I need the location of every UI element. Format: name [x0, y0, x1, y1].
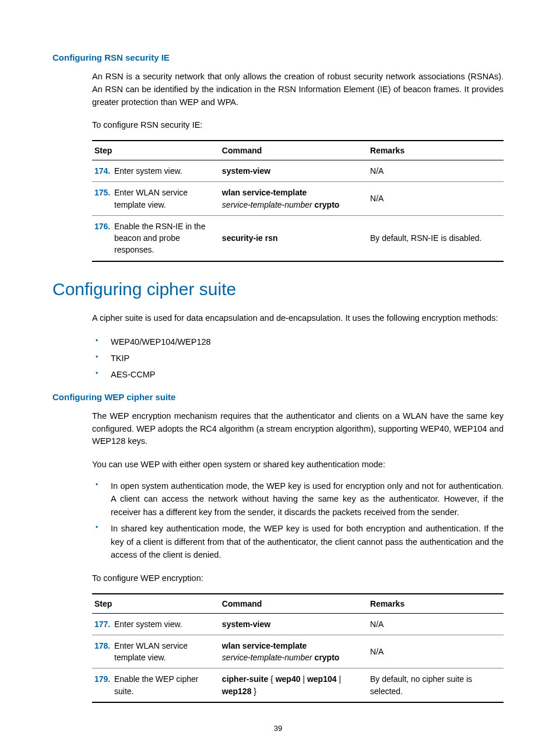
heading-wep-cipher: Configuring WEP cipher suite [52, 392, 504, 402]
cmd: wlan service-templateservice-template-nu… [220, 635, 368, 668]
step-num: 179. [94, 673, 114, 697]
table-row: 179.Enable the WEP cipher suite. cipher-… [92, 668, 504, 702]
step-text: Enter WLAN service template view. [114, 187, 214, 211]
th-remarks: Remarks [368, 141, 504, 160]
page-number: 39 [52, 724, 504, 733]
table-row: 176.Enable the RSN-IE in the beacon and … [92, 215, 504, 261]
step-text: Enable the RSN-IE in the beacon and prob… [114, 220, 214, 256]
list-item: AES-CCMP [92, 368, 504, 381]
table-row: 177.Enter system view. system-view N/A [92, 613, 504, 635]
step-num: 174. [94, 165, 114, 177]
remark: N/A [368, 613, 504, 635]
list-item: TKIP [92, 352, 504, 365]
heading-rsn-ie: Configuring RSN security IE [52, 52, 504, 62]
list-item: WEP40/WEP104/WEP128 [92, 335, 504, 348]
cmd: system-view [220, 613, 368, 635]
list-cipher-methods: WEP40/WEP104/WEP128 TKIP AES-CCMP [92, 335, 504, 382]
th-step: Step [92, 141, 220, 160]
remark: By default, RSN-IE is disabled. [368, 215, 504, 261]
step-num: 176. [94, 220, 114, 256]
table-rsn-steps: Step Command Remarks 174.Enter system vi… [92, 140, 504, 262]
step-text: Enter system view. [114, 165, 182, 177]
list-item: In open system authentication mode, the … [92, 480, 504, 519]
cmd: cipher-suite { wep40 | wep104 | wep128 } [220, 668, 368, 702]
step-num: 177. [94, 618, 114, 630]
remark: N/A [368, 160, 504, 182]
th-step: Step [92, 594, 220, 614]
step-num: 178. [94, 640, 114, 664]
cmd: system-view [222, 166, 270, 176]
cmd-l1: wlan service-template [222, 188, 307, 197]
lead-wep: To configure WEP encryption: [92, 572, 504, 585]
para-rsn-desc: An RSN is a security network that only a… [92, 71, 504, 108]
lead-rsn: To configure RSN security IE: [92, 119, 504, 132]
step-num: 175. [94, 187, 114, 211]
th-command: Command [220, 141, 368, 160]
para-wep-2: You can use WEP with either open system … [92, 459, 504, 471]
list-wep-modes: In open system authentication mode, the … [92, 480, 504, 562]
cmd: security-ie rsn [222, 233, 278, 243]
step-text: Enter WLAN service template view. [114, 640, 214, 664]
list-item: In shared key authentication mode, the W… [92, 522, 504, 561]
table-row: 174.Enter system view. system-view N/A [92, 160, 504, 182]
remark: N/A [368, 182, 504, 216]
th-command: Command [220, 594, 368, 614]
th-remarks: Remarks [368, 594, 504, 614]
cmd-l2: service-template-number [222, 200, 312, 209]
heading-cipher-suite: Configuring cipher suite [52, 279, 504, 299]
table-wep-steps: Step Command Remarks 177.Enter system vi… [92, 593, 504, 703]
table-row: 175.Enter WLAN service template view. wl… [92, 182, 504, 216]
step-text: Enable the WEP cipher suite. [114, 673, 214, 697]
remark: N/A [368, 635, 504, 668]
table-row: 178.Enter WLAN service template view. wl… [92, 635, 504, 668]
para-cipher-desc: A cipher suite is used for data encapsul… [92, 312, 504, 325]
remark: By default, no cipher suite is selected. [368, 668, 504, 702]
step-text: Enter system view. [114, 618, 182, 630]
cmd-l2b: crypto [315, 200, 340, 209]
para-wep-1: The WEP encryption mechanism requires th… [92, 410, 504, 448]
